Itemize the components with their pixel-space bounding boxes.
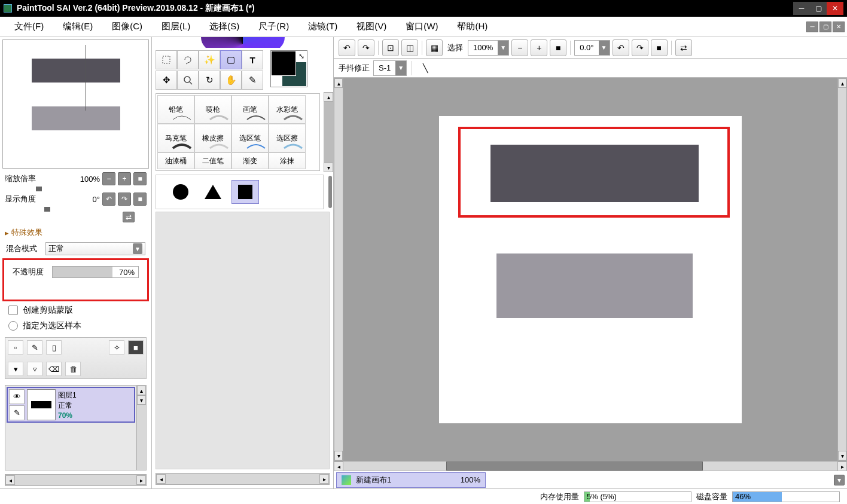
menu-ruler[interactable]: 尺子(R) bbox=[249, 17, 298, 36]
opacity-slider[interactable]: 70% bbox=[52, 266, 139, 278]
move-tool[interactable]: ✥ bbox=[156, 71, 177, 90]
rect-select-tool[interactable] bbox=[156, 50, 177, 69]
shape-triangle[interactable] bbox=[199, 180, 227, 204]
layer-edit-icon[interactable]: ✎ bbox=[9, 405, 25, 420]
selection-sample-radio[interactable] bbox=[8, 321, 18, 331]
stabilizer-dropdown[interactable]: S-1 ▼ bbox=[373, 60, 407, 76]
layer-scrollbar[interactable]: ▴ ▾ bbox=[136, 386, 146, 470]
zoom-reset-button[interactable]: ■ bbox=[133, 172, 147, 185]
menu-select[interactable]: 选择(S) bbox=[200, 17, 249, 36]
hand-tool[interactable]: ✋ bbox=[220, 71, 242, 90]
brush-eraser[interactable]: 橡皮擦 bbox=[194, 124, 231, 152]
magic-wand-tool[interactable]: ✨ bbox=[199, 50, 220, 69]
color-wheel[interactable] bbox=[152, 37, 333, 48]
layer-h-scrollbar[interactable]: ◂▸ bbox=[5, 474, 147, 486]
flip-button[interactable]: ⇄ bbox=[123, 212, 135, 222]
select-all-icon[interactable]: ▦ bbox=[426, 39, 443, 56]
doc-minimize-button[interactable]: ─ bbox=[806, 22, 818, 32]
shape-tool[interactable]: ▢ bbox=[220, 50, 242, 69]
zoom-dropdown[interactable]: 100% ▼ bbox=[468, 40, 509, 56]
deselect-button[interactable]: ⊡ bbox=[382, 39, 399, 56]
brush-bucket[interactable]: 油漆桶 bbox=[157, 152, 194, 169]
maximize-button[interactable]: ▢ bbox=[810, 2, 827, 15]
brush-smudge[interactable]: 涂抹 bbox=[269, 152, 306, 169]
effects-header[interactable]: 特殊效果 bbox=[0, 225, 151, 240]
mask-button[interactable]: ■ bbox=[128, 340, 144, 355]
rotate-reset-button[interactable]: ■ bbox=[651, 39, 668, 56]
brush-marker[interactable]: 马克笔 bbox=[157, 124, 194, 152]
blend-mode-select[interactable]: 正常 ▼ bbox=[45, 242, 145, 255]
menu-window[interactable]: 窗口(W) bbox=[396, 17, 447, 36]
menu-layer[interactable]: 图层(L) bbox=[152, 17, 200, 36]
rotate-ccw-button[interactable]: ↶ bbox=[613, 39, 629, 56]
text-tool[interactable]: T bbox=[242, 50, 263, 69]
eyedropper-tool[interactable]: ✎ bbox=[242, 71, 263, 90]
angle-slider[interactable] bbox=[44, 207, 50, 212]
color-swatch[interactable]: ⤡ bbox=[270, 50, 307, 87]
rotate-tool[interactable]: ↻ bbox=[199, 71, 220, 90]
brush-airbrush[interactable]: 喷枪 bbox=[194, 95, 231, 124]
brush-brush[interactable]: 画笔 bbox=[231, 95, 269, 124]
menu-filter[interactable]: 滤镜(T) bbox=[298, 17, 347, 36]
new-folder-button[interactable]: ▯ bbox=[46, 340, 62, 355]
lasso-tool[interactable] bbox=[177, 50, 199, 69]
clipping-checkbox[interactable] bbox=[8, 306, 18, 315]
rotate-cw-button[interactable]: ↷ bbox=[632, 39, 648, 56]
layer-visibility-icon[interactable]: 👁 bbox=[9, 389, 25, 404]
undo-button[interactable]: ↶ bbox=[339, 39, 355, 56]
flatten-button[interactable]: ▿ bbox=[27, 362, 42, 376]
fg-color[interactable] bbox=[271, 51, 296, 76]
clear-button[interactable]: ⌫ bbox=[46, 362, 62, 376]
brush-selpen[interactable]: 选区笔 bbox=[231, 124, 269, 152]
brush-scrollbar[interactable]: ▴ ▾ bbox=[324, 92, 333, 172]
menu-image[interactable]: 图像(C) bbox=[102, 17, 152, 36]
flip-h-button[interactable]: ⇄ bbox=[675, 39, 692, 56]
rotate-ccw-button[interactable]: ↶ bbox=[102, 193, 115, 206]
canvas[interactable] bbox=[343, 78, 837, 461]
swap-colors-icon[interactable]: ⤡ bbox=[298, 52, 304, 60]
tool-panel-hscroll[interactable]: ◂▸ bbox=[156, 473, 330, 485]
panel-splitter[interactable] bbox=[328, 176, 332, 208]
dropdown-arrow-icon: ▼ bbox=[395, 61, 406, 75]
menu-edit[interactable]: 编辑(E) bbox=[53, 17, 102, 36]
zoom-slider[interactable] bbox=[36, 187, 42, 191]
zoom-in-button[interactable]: + bbox=[531, 39, 547, 56]
shape-circle[interactable] bbox=[167, 180, 194, 204]
menu-help[interactable]: 帮助(H) bbox=[447, 17, 497, 36]
layer-item[interactable]: 👁 ✎ 图层1 正常 70% bbox=[7, 387, 135, 423]
brush-binary[interactable]: 二值笔 bbox=[194, 152, 231, 169]
brush-watercolor[interactable]: 水彩笔 bbox=[269, 95, 306, 124]
zoom-fit-button[interactable]: ■ bbox=[550, 39, 566, 56]
zoom-tool[interactable] bbox=[177, 71, 199, 90]
new-layer-button[interactable]: ▫ bbox=[8, 340, 23, 355]
zoom-in-button[interactable]: + bbox=[118, 172, 131, 185]
menu-view[interactable]: 视图(V) bbox=[347, 17, 396, 36]
canvas-right-scrollbar[interactable]: ▴▾ bbox=[837, 78, 847, 461]
doc-close-button[interactable]: ✕ bbox=[833, 22, 845, 32]
delete-layer-button[interactable]: 🗑 bbox=[65, 362, 81, 376]
new-linework-button[interactable]: ✎ bbox=[27, 340, 42, 355]
navigator-preview[interactable] bbox=[2, 39, 149, 169]
brush-gradient[interactable]: 渐变 bbox=[231, 152, 269, 169]
canvas-left-scrollbar[interactable]: ▴▾ bbox=[334, 78, 343, 461]
brush-selerase[interactable]: 选区擦 bbox=[269, 124, 306, 152]
redo-button[interactable]: ↷ bbox=[358, 39, 374, 56]
minimize-button[interactable]: ─ bbox=[793, 2, 810, 15]
rotate-reset-button[interactable]: ■ bbox=[133, 193, 147, 206]
doc-maximize-button[interactable]: ▢ bbox=[819, 22, 831, 32]
transfer-button[interactable]: ✧ bbox=[109, 340, 124, 355]
canvas-h-scrollbar[interactable]: ◂▸ bbox=[334, 461, 847, 471]
zoom-out-button[interactable]: − bbox=[511, 39, 528, 56]
rotate-cw-button[interactable]: ↷ bbox=[118, 193, 131, 206]
document-tab[interactable]: 新建画布1 100% bbox=[336, 472, 486, 488]
merge-down-button[interactable]: ▾ bbox=[8, 362, 23, 376]
zoom-out-button[interactable]: − bbox=[102, 172, 115, 185]
line-tool-icon[interactable]: ╲ bbox=[417, 60, 434, 77]
invert-selection-button[interactable]: ◫ bbox=[401, 39, 418, 56]
menu-file[interactable]: 文件(F) bbox=[5, 17, 53, 36]
angle-dropdown[interactable]: 0.0° ▼ bbox=[574, 40, 610, 56]
shape-square[interactable] bbox=[231, 180, 259, 204]
close-button[interactable]: ✕ bbox=[827, 2, 843, 15]
tab-menu-button[interactable]: ▾ bbox=[834, 475, 845, 485]
brush-pencil[interactable]: 铅笔 bbox=[157, 95, 194, 124]
